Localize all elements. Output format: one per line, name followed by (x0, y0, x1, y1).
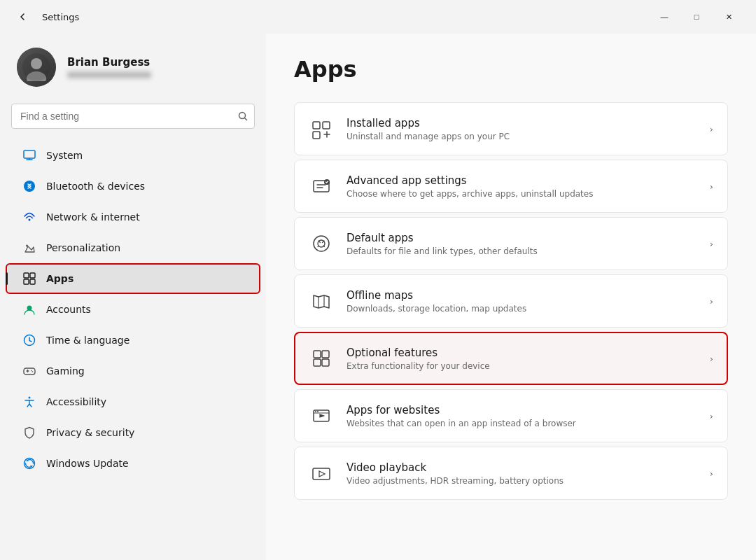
svg-point-6 (29, 219, 31, 221)
user-name: Brian Burgess (67, 56, 151, 69)
time-icon (22, 333, 36, 347)
settings-window: Settings — □ ✕ (0, 0, 756, 560)
sidebar-item-time[interactable]: Time & language (6, 325, 260, 356)
settings-list: Installed apps Uninstall and manage apps… (294, 102, 728, 500)
svg-rect-28 (314, 359, 321, 366)
chevron-icon-1: › (710, 181, 713, 192)
chevron-icon-0: › (710, 124, 713, 134)
sidebar-label-bluetooth: Bluetooth & devices (46, 181, 145, 192)
accessibility-icon (22, 395, 36, 409)
video-playback-desc: Video adjustments, HDR streaming, batter… (346, 476, 697, 486)
default-apps-icon (309, 231, 334, 256)
apps-icon (22, 272, 36, 286)
sidebar-label-system: System (46, 150, 83, 161)
sidebar-label-update: Windows Update (46, 458, 129, 469)
settings-item-offline-maps[interactable]: Offline maps Downloads, storage location… (294, 274, 728, 328)
sidebar-item-network[interactable]: Network & internet (6, 202, 260, 232)
advanced-app-desc: Choose where to get apps, archive apps, … (346, 189, 697, 199)
svg-point-16 (32, 371, 34, 372)
chevron-icon-6: › (710, 468, 713, 479)
sidebar-item-apps[interactable]: Apps (6, 263, 260, 294)
sidebar-label-time: Time & language (46, 335, 130, 346)
advanced-app-text: Advanced app settings Choose where to ge… (346, 174, 697, 199)
svg-point-5 (24, 181, 35, 192)
settings-item-default-apps[interactable]: Default apps Defaults for file and link … (294, 217, 728, 270)
svg-rect-27 (322, 351, 329, 358)
search-input[interactable] (11, 104, 255, 129)
svg-point-17 (29, 397, 31, 399)
sidebar-label-accessibility: Accessibility (46, 396, 106, 407)
sidebar-label-gaming: Gaming (46, 365, 85, 377)
chevron-icon-3: › (710, 296, 713, 307)
video-playback-icon (309, 461, 334, 486)
optional-features-icon (309, 346, 334, 371)
minimize-button[interactable]: — (648, 6, 680, 28)
optional-features-text: Optional features Extra functionality fo… (346, 346, 697, 371)
gaming-icon (22, 364, 36, 378)
installed-apps-desc: Uninstall and manage apps on your PC (346, 132, 697, 141)
svg-point-31 (315, 411, 316, 412)
sidebar-item-privacy[interactable]: Privacy & security (6, 417, 260, 448)
svg-point-32 (317, 411, 318, 412)
svg-rect-8 (24, 273, 29, 278)
sidebar-item-system[interactable]: System (6, 140, 260, 171)
update-icon (22, 456, 36, 470)
svg-rect-10 (24, 279, 29, 284)
sidebar-item-gaming[interactable]: Gaming (6, 356, 260, 386)
sidebar: Brian Burgess (0, 34, 266, 560)
svg-point-15 (31, 370, 32, 372)
video-playback-title: Video playback (346, 461, 697, 474)
title-bar: Settings — □ ✕ (0, 0, 756, 34)
accounts-icon (22, 302, 36, 316)
settings-item-optional-features[interactable]: Optional features Extra functionality fo… (294, 332, 728, 385)
sidebar-label-accounts: Accounts (46, 304, 91, 315)
maximize-button[interactable]: □ (680, 6, 713, 28)
svg-rect-26 (314, 351, 321, 358)
main-content: Apps Installed apps Uninstall (266, 34, 756, 560)
user-info: Brian Burgess (67, 56, 151, 78)
chevron-icon-2: › (710, 239, 713, 249)
svg-rect-4 (24, 150, 35, 158)
sidebar-label-apps: Apps (46, 273, 74, 284)
settings-item-advanced-app[interactable]: Advanced app settings Choose where to ge… (294, 160, 728, 213)
sidebar-item-bluetooth[interactable]: Bluetooth & devices (6, 171, 260, 202)
sidebar-label-personalization: Personalization (46, 242, 120, 253)
optional-features-title: Optional features (346, 346, 697, 359)
svg-point-2 (22, 53, 50, 81)
svg-rect-14 (24, 368, 35, 374)
svg-rect-20 (323, 122, 330, 129)
svg-rect-11 (30, 279, 35, 284)
avatar (17, 48, 56, 87)
advanced-app-icon (309, 174, 334, 199)
settings-item-apps-websites[interactable]: Apps for websites Websites that can open… (294, 389, 728, 442)
offline-maps-icon (309, 288, 334, 314)
network-icon (22, 210, 36, 224)
svg-rect-21 (313, 132, 320, 139)
sidebar-item-personalization[interactable]: Personalization (6, 232, 260, 263)
svg-rect-29 (322, 359, 329, 366)
installed-apps-icon (309, 116, 334, 141)
chevron-icon-4: › (710, 354, 713, 364)
apps-websites-icon (309, 403, 334, 428)
apps-websites-title: Apps for websites (346, 404, 697, 416)
sidebar-item-update[interactable]: Windows Update (6, 448, 260, 479)
search-box (11, 104, 255, 129)
apps-websites-text: Apps for websites Websites that can open… (346, 404, 697, 428)
offline-maps-desc: Downloads, storage location, map updates (346, 304, 697, 314)
settings-item-video-playback[interactable]: Video playback Video adjustments, HDR st… (294, 447, 728, 500)
user-email (67, 71, 151, 78)
sidebar-item-accounts[interactable]: Accounts (6, 294, 260, 325)
user-section: Brian Burgess (0, 34, 266, 104)
window-title: Settings (42, 12, 79, 22)
chevron-icon-5: › (710, 411, 713, 421)
privacy-icon (22, 426, 36, 440)
offline-maps-title: Offline maps (346, 289, 697, 302)
svg-rect-19 (313, 122, 320, 129)
back-button[interactable] (11, 6, 34, 28)
default-apps-desc: Defaults for file and link types, other … (346, 246, 697, 256)
sidebar-item-accessibility[interactable]: Accessibility (6, 386, 260, 417)
close-button[interactable]: ✕ (713, 6, 745, 28)
settings-item-installed-apps[interactable]: Installed apps Uninstall and manage apps… (294, 102, 728, 155)
advanced-app-title: Advanced app settings (346, 174, 697, 187)
svg-point-24 (314, 236, 329, 251)
